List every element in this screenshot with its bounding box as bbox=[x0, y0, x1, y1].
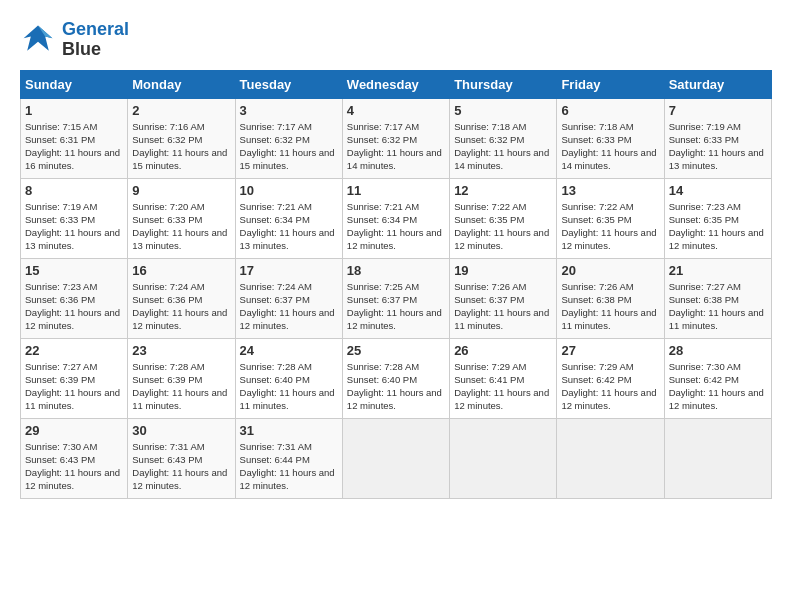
day-info: Sunrise: 7:24 AMSunset: 6:36 PMDaylight:… bbox=[132, 280, 230, 333]
calendar-day-cell: 31Sunrise: 7:31 AMSunset: 6:44 PMDayligh… bbox=[235, 418, 342, 498]
day-number: 4 bbox=[347, 103, 445, 118]
day-info: Sunrise: 7:22 AMSunset: 6:35 PMDaylight:… bbox=[454, 200, 552, 253]
calendar-day-cell: 7Sunrise: 7:19 AMSunset: 6:33 PMDaylight… bbox=[664, 98, 771, 178]
calendar-day-cell: 16Sunrise: 7:24 AMSunset: 6:36 PMDayligh… bbox=[128, 258, 235, 338]
day-info: Sunrise: 7:17 AMSunset: 6:32 PMDaylight:… bbox=[240, 120, 338, 173]
calendar-table: SundayMondayTuesdayWednesdayThursdayFrid… bbox=[20, 70, 772, 499]
calendar-day-cell: 8Sunrise: 7:19 AMSunset: 6:33 PMDaylight… bbox=[21, 178, 128, 258]
day-info: Sunrise: 7:29 AMSunset: 6:42 PMDaylight:… bbox=[561, 360, 659, 413]
calendar-week-row: 1Sunrise: 7:15 AMSunset: 6:31 PMDaylight… bbox=[21, 98, 772, 178]
day-info: Sunrise: 7:31 AMSunset: 6:44 PMDaylight:… bbox=[240, 440, 338, 493]
day-number: 17 bbox=[240, 263, 338, 278]
day-info: Sunrise: 7:15 AMSunset: 6:31 PMDaylight:… bbox=[25, 120, 123, 173]
calendar-day-cell: 6Sunrise: 7:18 AMSunset: 6:33 PMDaylight… bbox=[557, 98, 664, 178]
calendar-day-cell: 10Sunrise: 7:21 AMSunset: 6:34 PMDayligh… bbox=[235, 178, 342, 258]
calendar-day-cell: 19Sunrise: 7:26 AMSunset: 6:37 PMDayligh… bbox=[450, 258, 557, 338]
day-number: 9 bbox=[132, 183, 230, 198]
logo: General Blue bbox=[20, 20, 129, 60]
calendar-day-cell: 14Sunrise: 7:23 AMSunset: 6:35 PMDayligh… bbox=[664, 178, 771, 258]
day-number: 30 bbox=[132, 423, 230, 438]
calendar-day-cell bbox=[557, 418, 664, 498]
calendar-day-header: Thursday bbox=[450, 70, 557, 98]
day-number: 10 bbox=[240, 183, 338, 198]
day-number: 12 bbox=[454, 183, 552, 198]
day-number: 6 bbox=[561, 103, 659, 118]
calendar-week-row: 15Sunrise: 7:23 AMSunset: 6:36 PMDayligh… bbox=[21, 258, 772, 338]
calendar-day-cell: 27Sunrise: 7:29 AMSunset: 6:42 PMDayligh… bbox=[557, 338, 664, 418]
day-number: 26 bbox=[454, 343, 552, 358]
calendar-day-cell: 15Sunrise: 7:23 AMSunset: 6:36 PMDayligh… bbox=[21, 258, 128, 338]
calendar-day-cell: 30Sunrise: 7:31 AMSunset: 6:43 PMDayligh… bbox=[128, 418, 235, 498]
calendar-day-cell: 11Sunrise: 7:21 AMSunset: 6:34 PMDayligh… bbox=[342, 178, 449, 258]
day-info: Sunrise: 7:28 AMSunset: 6:40 PMDaylight:… bbox=[240, 360, 338, 413]
calendar-week-row: 22Sunrise: 7:27 AMSunset: 6:39 PMDayligh… bbox=[21, 338, 772, 418]
calendar-day-cell: 17Sunrise: 7:24 AMSunset: 6:37 PMDayligh… bbox=[235, 258, 342, 338]
calendar-day-cell bbox=[664, 418, 771, 498]
calendar-day-cell: 2Sunrise: 7:16 AMSunset: 6:32 PMDaylight… bbox=[128, 98, 235, 178]
day-number: 25 bbox=[347, 343, 445, 358]
day-number: 16 bbox=[132, 263, 230, 278]
day-number: 11 bbox=[347, 183, 445, 198]
day-number: 8 bbox=[25, 183, 123, 198]
logo-icon bbox=[20, 22, 56, 58]
calendar-day-cell: 18Sunrise: 7:25 AMSunset: 6:37 PMDayligh… bbox=[342, 258, 449, 338]
day-info: Sunrise: 7:25 AMSunset: 6:37 PMDaylight:… bbox=[347, 280, 445, 333]
day-number: 20 bbox=[561, 263, 659, 278]
calendar-day-header: Sunday bbox=[21, 70, 128, 98]
calendar-day-cell: 20Sunrise: 7:26 AMSunset: 6:38 PMDayligh… bbox=[557, 258, 664, 338]
day-number: 27 bbox=[561, 343, 659, 358]
calendar-week-row: 29Sunrise: 7:30 AMSunset: 6:43 PMDayligh… bbox=[21, 418, 772, 498]
day-number: 23 bbox=[132, 343, 230, 358]
day-info: Sunrise: 7:28 AMSunset: 6:40 PMDaylight:… bbox=[347, 360, 445, 413]
day-info: Sunrise: 7:30 AMSunset: 6:43 PMDaylight:… bbox=[25, 440, 123, 493]
calendar-day-cell: 23Sunrise: 7:28 AMSunset: 6:39 PMDayligh… bbox=[128, 338, 235, 418]
page-header: General Blue bbox=[20, 20, 772, 60]
day-info: Sunrise: 7:17 AMSunset: 6:32 PMDaylight:… bbox=[347, 120, 445, 173]
day-info: Sunrise: 7:20 AMSunset: 6:33 PMDaylight:… bbox=[132, 200, 230, 253]
calendar-day-header: Friday bbox=[557, 70, 664, 98]
day-info: Sunrise: 7:16 AMSunset: 6:32 PMDaylight:… bbox=[132, 120, 230, 173]
calendar-day-cell bbox=[342, 418, 449, 498]
day-number: 1 bbox=[25, 103, 123, 118]
calendar-day-header: Monday bbox=[128, 70, 235, 98]
calendar-day-cell: 13Sunrise: 7:22 AMSunset: 6:35 PMDayligh… bbox=[557, 178, 664, 258]
calendar-day-cell: 4Sunrise: 7:17 AMSunset: 6:32 PMDaylight… bbox=[342, 98, 449, 178]
calendar-day-cell: 26Sunrise: 7:29 AMSunset: 6:41 PMDayligh… bbox=[450, 338, 557, 418]
day-info: Sunrise: 7:23 AMSunset: 6:35 PMDaylight:… bbox=[669, 200, 767, 253]
day-number: 5 bbox=[454, 103, 552, 118]
day-info: Sunrise: 7:30 AMSunset: 6:42 PMDaylight:… bbox=[669, 360, 767, 413]
day-number: 13 bbox=[561, 183, 659, 198]
day-number: 15 bbox=[25, 263, 123, 278]
calendar-day-cell: 5Sunrise: 7:18 AMSunset: 6:32 PMDaylight… bbox=[450, 98, 557, 178]
day-number: 31 bbox=[240, 423, 338, 438]
day-info: Sunrise: 7:28 AMSunset: 6:39 PMDaylight:… bbox=[132, 360, 230, 413]
day-number: 2 bbox=[132, 103, 230, 118]
day-info: Sunrise: 7:26 AMSunset: 6:38 PMDaylight:… bbox=[561, 280, 659, 333]
day-number: 14 bbox=[669, 183, 767, 198]
day-number: 19 bbox=[454, 263, 552, 278]
calendar-day-header: Tuesday bbox=[235, 70, 342, 98]
day-number: 28 bbox=[669, 343, 767, 358]
calendar-day-header: Wednesday bbox=[342, 70, 449, 98]
day-number: 21 bbox=[669, 263, 767, 278]
day-info: Sunrise: 7:21 AMSunset: 6:34 PMDaylight:… bbox=[347, 200, 445, 253]
day-number: 24 bbox=[240, 343, 338, 358]
day-info: Sunrise: 7:18 AMSunset: 6:33 PMDaylight:… bbox=[561, 120, 659, 173]
day-info: Sunrise: 7:31 AMSunset: 6:43 PMDaylight:… bbox=[132, 440, 230, 493]
day-number: 7 bbox=[669, 103, 767, 118]
svg-marker-0 bbox=[24, 25, 53, 50]
calendar-day-cell: 25Sunrise: 7:28 AMSunset: 6:40 PMDayligh… bbox=[342, 338, 449, 418]
logo-text: General Blue bbox=[62, 20, 129, 60]
day-info: Sunrise: 7:26 AMSunset: 6:37 PMDaylight:… bbox=[454, 280, 552, 333]
day-info: Sunrise: 7:29 AMSunset: 6:41 PMDaylight:… bbox=[454, 360, 552, 413]
day-info: Sunrise: 7:22 AMSunset: 6:35 PMDaylight:… bbox=[561, 200, 659, 253]
calendar-day-cell: 1Sunrise: 7:15 AMSunset: 6:31 PMDaylight… bbox=[21, 98, 128, 178]
calendar-day-cell: 22Sunrise: 7:27 AMSunset: 6:39 PMDayligh… bbox=[21, 338, 128, 418]
day-info: Sunrise: 7:19 AMSunset: 6:33 PMDaylight:… bbox=[669, 120, 767, 173]
calendar-day-cell: 21Sunrise: 7:27 AMSunset: 6:38 PMDayligh… bbox=[664, 258, 771, 338]
calendar-day-cell: 9Sunrise: 7:20 AMSunset: 6:33 PMDaylight… bbox=[128, 178, 235, 258]
calendar-day-cell: 28Sunrise: 7:30 AMSunset: 6:42 PMDayligh… bbox=[664, 338, 771, 418]
calendar-day-header: Saturday bbox=[664, 70, 771, 98]
day-info: Sunrise: 7:24 AMSunset: 6:37 PMDaylight:… bbox=[240, 280, 338, 333]
calendar-day-cell: 3Sunrise: 7:17 AMSunset: 6:32 PMDaylight… bbox=[235, 98, 342, 178]
